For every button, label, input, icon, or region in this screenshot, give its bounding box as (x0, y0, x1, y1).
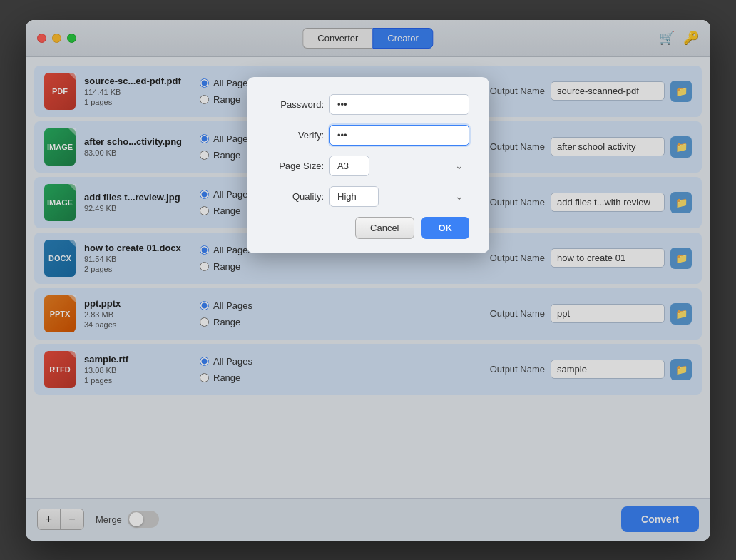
password-modal: Password: Verify: Page Size: A3 A4 A5 Le… (247, 77, 489, 253)
ok-button[interactable]: OK (421, 217, 470, 239)
quality-label: Quality: (267, 191, 324, 202)
verify-field-group: Verify: (267, 125, 469, 146)
main-window: Converter Creator 🛒 🔑 PDF source-sc...ed… (26, 20, 710, 541)
page-size-field-group: Page Size: A3 A4 A5 Letter Legal (267, 156, 469, 176)
page-size-label: Page Size: (267, 161, 324, 171)
quality-select[interactable]: High Medium Low (329, 186, 379, 207)
page-size-select[interactable]: A3 A4 A5 Letter Legal (329, 156, 369, 176)
quality-wrapper: High Medium Low (329, 186, 469, 207)
password-field-group: Password: (267, 94, 469, 115)
page-size-wrapper: A3 A4 A5 Letter Legal (329, 156, 469, 176)
verify-input[interactable] (329, 125, 469, 146)
quality-field-group: Quality: High Medium Low (267, 186, 469, 207)
verify-label: Verify: (267, 130, 324, 141)
modal-overlay: Password: Verify: Page Size: A3 A4 A5 Le… (26, 20, 710, 541)
password-input[interactable] (329, 94, 469, 115)
cancel-button[interactable]: Cancel (355, 217, 414, 239)
password-label: Password: (267, 99, 324, 110)
modal-actions: Cancel OK (267, 217, 469, 239)
